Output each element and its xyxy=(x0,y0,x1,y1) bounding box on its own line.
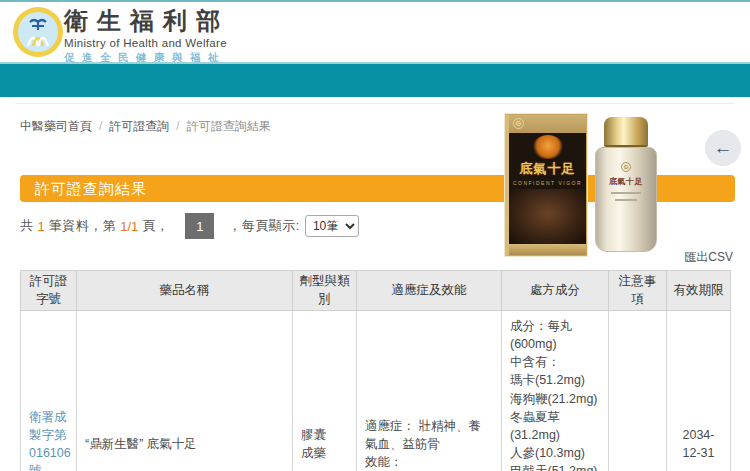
breadcrumb-separator: / xyxy=(176,119,179,133)
product-box-top: G xyxy=(509,115,586,133)
product-bottle-title: 底氣十足 xyxy=(609,176,643,187)
pagination-page-suffix: 頁， xyxy=(142,217,169,235)
breadcrumb-home[interactable]: 中醫藥司首頁 xyxy=(20,119,92,133)
product-box-image: G 底氣十足 CONFIDENT VIGOR xyxy=(505,114,587,256)
export-csv-link[interactable]: 匯出CSV xyxy=(684,249,733,266)
pagination-prefix: 共 xyxy=(20,217,34,235)
col-header-precautions: 注意事項 xyxy=(609,271,667,311)
mohw-logo xyxy=(12,6,64,58)
cell-dosage-form: 膠囊 成藥 xyxy=(293,311,357,471)
pagination-page-info: 1/1 xyxy=(120,219,138,234)
bottle-body: G 底氣十足 xyxy=(595,147,657,252)
pagination-mid: 筆資料，第 xyxy=(49,217,117,235)
col-header-license-no: 許可證字號 xyxy=(21,271,77,311)
col-header-indications: 適應症及效能 xyxy=(357,271,502,311)
bottle-cap xyxy=(604,117,648,147)
col-header-drug-name: 藥品名稱 xyxy=(77,271,293,311)
site-title: 衛生福利部 xyxy=(64,7,229,36)
breadcrumb-current: 許可證查詢結果 xyxy=(187,119,271,133)
cell-precautions xyxy=(609,311,667,471)
site-header: 衛生福利部 Ministry of Health and Welfare 促進全… xyxy=(0,2,750,62)
brand-logo-icon: G xyxy=(621,162,631,172)
col-header-ingredients: 處方成分 xyxy=(502,271,609,311)
table-header-row: 許可證字號 藥品名稱 劑型與類別 適應症及效能 處方成分 注意事項 有效期限 xyxy=(21,271,731,311)
per-page-select[interactable]: 10筆 xyxy=(305,215,359,237)
breadcrumb: 中醫藥司首頁/許可證查詢/許可證查詢結果 xyxy=(20,118,271,135)
pagination-count: 1 xyxy=(38,219,45,234)
breadcrumb-separator: / xyxy=(99,119,102,133)
product-box-art xyxy=(509,189,586,244)
product-box-band xyxy=(509,244,586,255)
back-arrow-icon: ← xyxy=(714,137,733,159)
breadcrumb-license-query[interactable]: 許可證查詢 xyxy=(109,119,169,133)
bottle-label-line xyxy=(615,199,637,201)
bottle-label-line xyxy=(611,192,641,194)
site-subtitle: Ministry of Health and Welfare xyxy=(64,37,229,49)
license-number-link[interactable]: 衛署成製字第016106號 xyxy=(29,410,71,471)
page: 衛生福利部 Ministry of Health and Welfare 促進全… xyxy=(0,0,750,471)
per-page-label: ，每頁顯示: xyxy=(228,217,300,235)
table-row: 衛署成製字第016106號 “鼎新生醫” 底氣十足 膠囊 成藥 適應症： 壯精神… xyxy=(21,311,731,471)
cell-expiry-date: 2034-12-31 xyxy=(667,311,731,471)
main-nav-bar xyxy=(0,62,750,97)
divider-line xyxy=(15,103,735,104)
cell-license-no: 衛署成製字第016106號 xyxy=(21,311,77,471)
results-table: 許可證字號 藥品名稱 劑型與類別 適應症及效能 處方成分 注意事項 有效期限 衛… xyxy=(20,270,731,471)
cell-ingredients: 成分：每丸(600mg) 中含有： 瑪卡(51.2mg) 海狗鞭(21.2mg)… xyxy=(502,311,609,471)
tiger-graphic xyxy=(533,135,563,159)
cell-indications: 適應症： 壯精神、養氣血、益筋骨 效能： xyxy=(357,311,502,471)
product-bottle-image: G 底氣十足 xyxy=(594,117,658,254)
page-number-button[interactable]: 1 xyxy=(185,213,214,239)
cell-drug-name: “鼎新生醫” 底氣十足 xyxy=(77,311,293,471)
brand-logo-icon: G xyxy=(513,118,524,129)
product-box-title: 底氣十足 xyxy=(520,160,576,178)
col-header-dosage-form: 劑型與類別 xyxy=(293,271,357,311)
product-box-subtitle: CONFIDENT VIGOR xyxy=(513,180,582,186)
pagination-bar: 共 1 筆資料，第 1/1 頁， 1 ，每頁顯示: 10筆 xyxy=(20,212,359,240)
col-header-expiry: 有效期限 xyxy=(667,271,731,311)
mohw-logo-icon xyxy=(12,6,64,58)
back-button[interactable]: ← xyxy=(705,130,741,166)
